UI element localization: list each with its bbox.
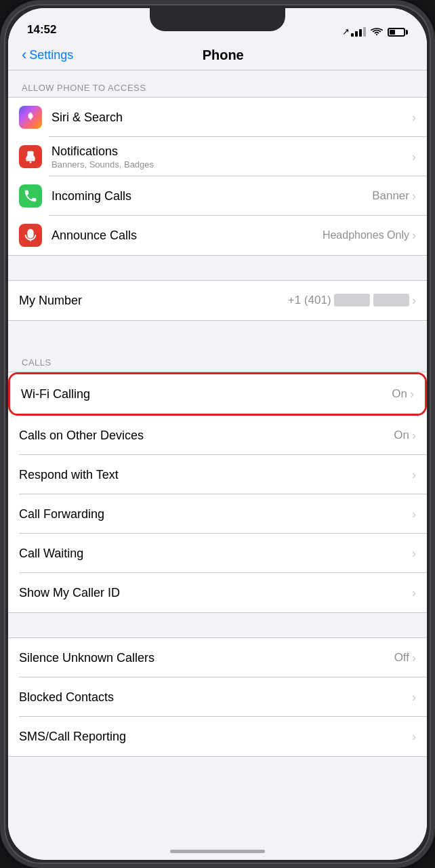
nav-bar: ‹ Settings Phone: [8, 42, 427, 71]
list-item-incoming-calls[interactable]: Incoming Calls Banner ›: [8, 176, 427, 216]
list-item-notifications[interactable]: Notifications Banners, Sounds, Badges ›: [8, 137, 427, 176]
volume-down-button[interactable]: [0, 238, 1, 285]
notifications-symbol: [23, 149, 38, 164]
announce-calls-label: Announce Calls: [51, 229, 323, 243]
silence-unknown-label: Silence Unknown Callers: [19, 651, 394, 665]
location-icon: ↗: [342, 26, 350, 37]
back-label: Settings: [29, 48, 73, 62]
back-chevron-icon: ‹: [22, 47, 26, 62]
calls-other-devices-right: On ›: [394, 429, 416, 443]
list-item-siri-search[interactable]: Siri & Search ›: [8, 98, 427, 137]
my-number-chevron-icon: ›: [412, 294, 416, 308]
phone-symbol: [23, 189, 38, 203]
incoming-calls-content: Incoming Calls: [51, 189, 372, 203]
caller-id-chevron-icon: ›: [412, 586, 416, 600]
siri-search-content: Siri & Search: [51, 111, 412, 125]
caller-id-content: Show My Caller ID: [19, 586, 412, 600]
section-calls: CALLS Wi-Fi Calling On ›: [8, 345, 427, 613]
my-number-value: +1 (401) xx xx: [288, 294, 409, 307]
respond-text-right: ›: [412, 468, 416, 482]
notifications-chevron-icon: ›: [412, 150, 416, 164]
status-icons: [351, 27, 408, 37]
respond-text-content: Respond with Text: [19, 468, 412, 482]
call-waiting-label: Call Waiting: [19, 547, 412, 561]
wifi-calling-value: On: [392, 387, 407, 401]
section-my-number: My Number +1 (401) xx xx ›: [8, 280, 427, 321]
list-item-calls-other-devices[interactable]: Calls on Other Devices On ›: [8, 416, 427, 455]
section-blocked: Silence Unknown Callers Off › Blocked Co…: [8, 637, 427, 757]
svg-rect-2: [26, 159, 35, 161]
list-item-silence-unknown[interactable]: Silence Unknown Callers Off ›: [8, 638, 427, 677]
notch: [150, 8, 285, 31]
announce-calls-content: Announce Calls: [51, 229, 323, 243]
list-group-blocked: Silence Unknown Callers Off › Blocked Co…: [8, 637, 427, 757]
list-item-announce-calls[interactable]: Announce Calls Headphones Only ›: [8, 216, 427, 255]
silence-unknown-value: Off: [394, 651, 409, 665]
calls-other-devices-label: Calls on Other Devices: [19, 429, 394, 443]
respond-text-chevron-icon: ›: [412, 468, 416, 482]
section-header-allow-access: ALLOW PHONE TO ACCESS: [8, 71, 427, 97]
list-item-caller-id[interactable]: Show My Caller ID ›: [8, 573, 427, 612]
notifications-sublabel: Banners, Sounds, Badges: [51, 159, 412, 170]
bottom-spacer: [8, 757, 427, 784]
silence-unknown-chevron-icon: ›: [412, 651, 416, 665]
page-title: Phone: [73, 47, 373, 63]
caller-id-label: Show My Caller ID: [19, 586, 412, 600]
blocked-contacts-right: ›: [412, 690, 416, 705]
blocked-contacts-label: Blocked Contacts: [19, 690, 412, 705]
call-waiting-content: Call Waiting: [19, 547, 412, 561]
siri-search-right: ›: [412, 111, 416, 125]
incoming-calls-icon: [19, 184, 42, 208]
call-waiting-right: ›: [412, 547, 416, 561]
list-group-calls: Wi-Fi Calling On › Calls on Other Device…: [8, 372, 427, 613]
call-forwarding-content: Call Forwarding: [19, 507, 412, 521]
back-button[interactable]: ‹ Settings: [22, 48, 73, 62]
my-number-content: My Number: [19, 294, 288, 308]
section-allow-access: ALLOW PHONE TO ACCESS Siri & Search: [8, 71, 427, 256]
incoming-calls-chevron-icon: ›: [412, 189, 416, 203]
gap-2: [8, 321, 427, 345]
screen: 14:52 ↗: [8, 8, 427, 860]
caller-id-right: ›: [412, 586, 416, 600]
calls-other-devices-content: Calls on Other Devices: [19, 429, 394, 443]
call-forwarding-right: ›: [412, 507, 416, 521]
phone-frame: 14:52 ↗: [0, 0, 435, 868]
incoming-calls-right: Banner ›: [372, 189, 416, 203]
sms-reporting-content: SMS/Call Reporting: [19, 730, 412, 744]
volume-up-button[interactable]: [0, 180, 1, 228]
my-number-right: +1 (401) xx xx ›: [288, 294, 416, 308]
list-item-respond-text[interactable]: Respond with Text ›: [8, 455, 427, 494]
call-forwarding-label: Call Forwarding: [19, 507, 412, 521]
battery-icon: [388, 28, 408, 37]
sms-reporting-chevron-icon: ›: [412, 730, 416, 744]
list-group-my-number: My Number +1 (401) xx xx ›: [8, 280, 427, 321]
announce-calls-value: Headphones Only: [323, 229, 409, 241]
list-item-blocked-contacts[interactable]: Blocked Contacts ›: [8, 677, 427, 717]
incoming-calls-label: Incoming Calls: [51, 189, 372, 203]
wifi-calling-label: Wi-Fi Calling: [21, 387, 392, 401]
siri-search-label: Siri & Search: [51, 111, 412, 125]
announce-symbol: [23, 228, 38, 243]
siri-icon: [19, 106, 42, 129]
home-indicator[interactable]: [170, 850, 265, 853]
announce-calls-icon: [19, 224, 42, 247]
list-item-wifi-calling[interactable]: Wi-Fi Calling On ›: [10, 374, 425, 414]
wifi-icon: [371, 27, 383, 37]
notifications-content: Notifications Banners, Sounds, Badges: [51, 144, 412, 170]
list-item-sms-reporting[interactable]: SMS/Call Reporting ›: [8, 717, 427, 756]
blocked-contacts-content: Blocked Contacts: [19, 690, 412, 705]
my-number-label: My Number: [19, 294, 288, 308]
siri-symbol: [23, 110, 38, 125]
section-header-calls: CALLS: [8, 345, 427, 372]
wifi-calling-content: Wi-Fi Calling: [21, 387, 392, 401]
list-item-my-number[interactable]: My Number +1 (401) xx xx ›: [8, 281, 427, 320]
list-item-call-waiting[interactable]: Call Waiting ›: [8, 534, 427, 573]
signal-bars: [351, 27, 366, 37]
sms-reporting-label: SMS/Call Reporting: [19, 730, 412, 744]
incoming-calls-value: Banner: [372, 189, 409, 203]
list-item-call-forwarding[interactable]: Call Forwarding ›: [8, 494, 427, 534]
gap-1: [8, 256, 427, 280]
silence-unknown-right: Off ›: [394, 651, 416, 665]
notifications-label: Notifications: [51, 144, 412, 159]
call-waiting-chevron-icon: ›: [412, 547, 416, 561]
